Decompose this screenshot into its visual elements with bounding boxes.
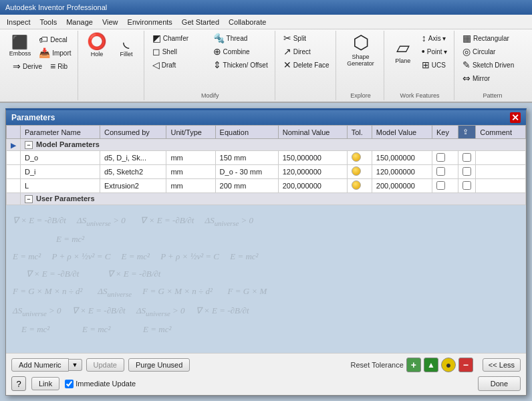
expand-model-params[interactable]: − (25, 141, 33, 149)
equation-cell[interactable]: 200 mm (215, 179, 278, 193)
dialog-close-button[interactable]: ✕ (510, 112, 521, 123)
draft-button[interactable]: ◁ Draft (150, 59, 209, 71)
param-name-cell[interactable]: D_i (21, 165, 100, 179)
rib-button[interactable]: ≡ Rib (47, 60, 70, 72)
param-name-cell[interactable]: D_o (21, 151, 100, 165)
plane-button[interactable]: ▱ Plane (390, 37, 416, 65)
tol-triangle-button[interactable]: ▲ (424, 358, 438, 372)
export-checkbox[interactable] (462, 181, 471, 190)
info-button[interactable]: ? (11, 376, 26, 391)
split-icon: ✂ (283, 33, 291, 43)
rib-label: Rib (57, 63, 68, 70)
immediate-update-label[interactable]: Immediate Update (65, 380, 136, 388)
delete-face-icon: ✕ (283, 59, 291, 70)
export-checkbox[interactable] (462, 153, 471, 162)
export-checkbox[interactable] (462, 167, 471, 176)
add-numeric-arrow[interactable]: ▼ (69, 359, 82, 371)
add-numeric-button[interactable]: Add Numeric (11, 358, 69, 372)
emboss-button[interactable]: ⬛ Emboss (7, 34, 34, 58)
menu-view[interactable]: View (98, 17, 122, 27)
table-row: D_o d5, D_i, Sk... mm 150 mm 150,000000 … (7, 151, 526, 165)
thread-button[interactable]: 🔩 Thread (211, 32, 271, 44)
thicken-button[interactable]: ⇕ Thicken/ Offset (211, 59, 271, 71)
import-button[interactable]: 📥 Import (36, 47, 74, 59)
menu-manage[interactable]: Manage (62, 17, 97, 27)
update-button[interactable]: Update (86, 358, 124, 372)
chamfer-button[interactable]: ◩ Chamfer (150, 32, 209, 44)
key-checkbox[interactable] (436, 181, 445, 190)
circular-button[interactable]: ◎ Circular (460, 45, 525, 57)
modify-group-label: Modify (146, 92, 275, 99)
axis-button[interactable]: ↕ Axis ▾ (419, 32, 450, 44)
equation-cell[interactable]: D_o - 30 mm (215, 165, 278, 179)
immediate-update-checkbox[interactable] (65, 380, 74, 388)
tol-indicator (352, 166, 361, 176)
comment-cell[interactable] (476, 151, 526, 165)
main-canvas: ∇ × E = -∂B/∂t ΔSuniverse > 0 ∇ × E = -∂… (0, 103, 532, 401)
model-parameters-label: − Model Parameters (21, 139, 526, 151)
key-cell[interactable] (432, 165, 458, 179)
key-cell[interactable] (432, 151, 458, 165)
mirror-button[interactable]: ⇔ Mirror (460, 72, 525, 84)
fillet-label: Fillet (120, 51, 132, 57)
export-cell[interactable] (458, 151, 476, 165)
delete-face-button[interactable]: ✕ Delete Face (281, 59, 331, 71)
sketch-driven-button[interactable]: ✎ Sketch Driven (460, 59, 525, 71)
emboss-label: Emboss (9, 50, 31, 57)
menu-collaborate[interactable]: Collaborate (225, 17, 270, 27)
hole-icon: ⭕ (87, 33, 107, 49)
consumed-by-cell: Extrusion2 (100, 179, 166, 193)
fillet-button[interactable]: ◟ Fillet (113, 32, 140, 59)
rib-icon: ≡ (50, 61, 55, 72)
comment-cell[interactable] (476, 179, 526, 193)
rectangular-button[interactable]: ▦ Rectangular (460, 32, 525, 44)
decal-button[interactable]: 🏷 Decal (36, 33, 74, 45)
axis-label: Axis ▾ (428, 35, 446, 42)
col-unit-type: Unit/Type (166, 126, 215, 139)
point-button[interactable]: • Point ▾ (419, 45, 450, 57)
purge-unused-button[interactable]: Purge Unused (128, 358, 190, 372)
ucs-button[interactable]: ⊞ UCS (419, 59, 450, 71)
formula-area: ∇ × E = -∂B/∂t ΔSuniverse > 0 ∇ × E = -∂… (6, 205, 526, 353)
tol-circle-button[interactable]: ● (441, 358, 456, 372)
shape-generator-button[interactable]: ⬡ Shape Generator (342, 32, 380, 68)
plane-icon: ▱ (396, 39, 410, 56)
comment-cell[interactable] (476, 165, 526, 179)
menu-tools[interactable]: Tools (35, 17, 61, 27)
key-checkbox[interactable] (436, 167, 445, 176)
key-cell[interactable] (432, 179, 458, 193)
mirror-label: Mirror (473, 75, 490, 82)
menu-environments[interactable]: Environments (124, 17, 176, 27)
parameters-table-container[interactable]: Parameter Name Consumed by Unit/Type Equ… (6, 125, 526, 205)
export-cell[interactable] (458, 179, 476, 193)
decal-label: Decal (50, 36, 68, 43)
combine-button[interactable]: ⊕ Combine (211, 45, 271, 57)
param-name-cell[interactable]: L (21, 179, 100, 193)
equation-cell[interactable]: 150 mm (215, 151, 278, 165)
done-button[interactable]: Done (478, 376, 521, 391)
row-selector-cell (7, 151, 21, 165)
split-button[interactable]: ✂ Split (281, 32, 331, 44)
less-button[interactable]: << Less (483, 358, 521, 372)
derive-button[interactable]: ⇒ Derive (10, 60, 45, 72)
thicken-label: Thicken/ Offset (223, 61, 268, 69)
point-icon: • (422, 46, 425, 57)
tol-plus-button[interactable]: + (406, 358, 421, 372)
tol-cell[interactable] (347, 165, 372, 179)
direct-button[interactable]: ↗ Direct (281, 45, 331, 57)
tol-minus-button[interactable]: − (458, 358, 473, 372)
expand-user-params[interactable]: − (25, 195, 33, 203)
explore-group-label: Explore (338, 92, 384, 99)
menu-get-started[interactable]: Get Started (178, 17, 223, 27)
tol-cell[interactable] (347, 151, 372, 165)
shell-button[interactable]: ◻ Shell (150, 45, 209, 57)
hole-button[interactable]: ⭕ Hole (84, 32, 110, 59)
export-cell[interactable] (458, 165, 476, 179)
key-checkbox[interactable] (436, 153, 445, 162)
link-button[interactable]: Link (31, 377, 59, 390)
tol-indicator (352, 180, 361, 190)
menu-bar: Inspect Tools Manage View Environments G… (0, 15, 532, 29)
model-value-cell: 200,000000 (372, 179, 432, 193)
tol-cell[interactable] (347, 179, 372, 193)
menu-inspect[interactable]: Inspect (3, 17, 34, 27)
